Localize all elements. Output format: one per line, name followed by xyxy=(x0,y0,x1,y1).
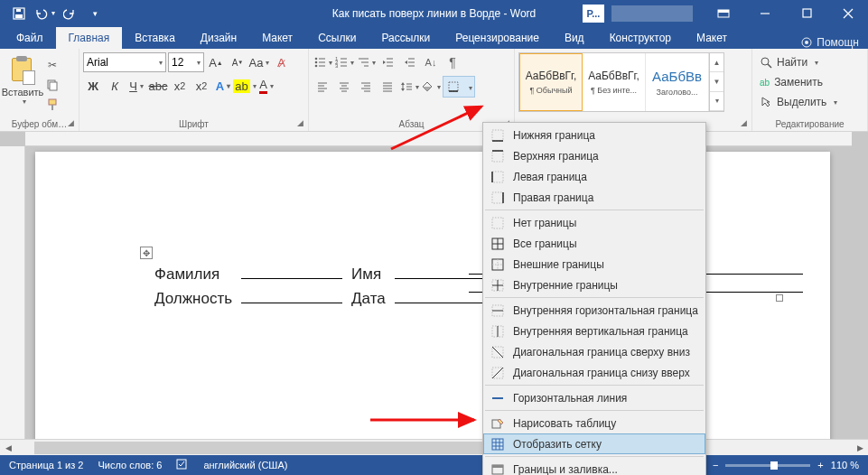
border-outside-item[interactable]: Внешние границы xyxy=(483,254,705,275)
qat-more-icon[interactable]: ▾ xyxy=(83,3,107,24)
border-inside-item[interactable]: Внутренние границы xyxy=(483,275,705,295)
tab-design[interactable]: Дизайн xyxy=(188,27,249,49)
tab-layout2[interactable]: Макет xyxy=(684,27,740,49)
scroll-right-icon[interactable]: ▶ xyxy=(852,441,868,455)
change-case-icon[interactable]: Aa▾ xyxy=(249,52,269,72)
italic-button[interactable]: К xyxy=(105,76,125,96)
tab-insert[interactable]: Вставка xyxy=(122,27,188,49)
tell-me[interactable]: Помощн xyxy=(800,36,859,49)
form-table[interactable]: ФамилияИмя ДолжностьДата xyxy=(153,260,503,311)
zoom-out-icon[interactable]: − xyxy=(713,460,718,470)
paste-button[interactable]: Вставить ▾ xyxy=(4,52,42,117)
select-button[interactable]: Выделить▾ xyxy=(756,92,863,112)
tab-references[interactable]: Ссылки xyxy=(305,27,369,49)
tab-view[interactable]: Вид xyxy=(552,27,597,49)
grow-font-icon[interactable]: A▲ xyxy=(206,52,226,72)
table-resize-handle-icon[interactable] xyxy=(776,294,783,302)
find-button[interactable]: Найти▾ xyxy=(756,52,863,72)
format-painter-icon[interactable] xyxy=(43,96,61,114)
border-none-item[interactable]: Нет границы xyxy=(483,212,705,233)
status-words[interactable]: Число слов: 6 xyxy=(98,460,162,470)
horizontal-scrollbar[interactable]: ◀ ▶ xyxy=(0,439,868,455)
maximize-button[interactable] xyxy=(787,1,826,26)
align-center-icon[interactable] xyxy=(334,77,354,97)
tab-review[interactable]: Рецензирование xyxy=(443,27,552,49)
underline-button[interactable]: Ч▾ xyxy=(126,76,146,96)
style-gallery[interactable]: АаБбВвГг,¶ Обычный АаБбВвГг,¶ Без инте..… xyxy=(518,52,724,112)
style-nospacing[interactable]: АаБбВвГг,¶ Без инте... xyxy=(583,53,646,111)
border-inside-h-item[interactable]: Внутренняя горизонтальная граница xyxy=(483,300,705,321)
align-right-icon[interactable] xyxy=(356,77,376,97)
styles-launcher-icon[interactable]: ◢ xyxy=(737,116,750,129)
strike-button[interactable]: abc xyxy=(148,76,168,96)
bold-button[interactable]: Ж xyxy=(83,76,103,96)
style-normal[interactable]: АаБбВвГг,¶ Обычный xyxy=(519,53,583,111)
zoom-in-icon[interactable]: + xyxy=(817,460,823,470)
border-all-item[interactable]: Все границы xyxy=(483,233,705,254)
shrink-font-icon[interactable]: A▼ xyxy=(228,52,247,72)
status-page[interactable]: Страница 1 из 2 xyxy=(9,460,83,470)
borders-shading-item[interactable]: Границы и заливка... xyxy=(483,459,705,475)
view-gridlines-item[interactable]: Отобразить сетку xyxy=(483,433,705,454)
border-diag-down-item[interactable]: Диагональная граница сверху вниз xyxy=(483,341,705,362)
redo-icon[interactable] xyxy=(58,3,81,24)
account-badge[interactable]: Р... xyxy=(583,5,604,23)
borders-split-button[interactable]: ▾ xyxy=(443,76,475,98)
close-button[interactable] xyxy=(828,1,868,26)
zoom-slider[interactable] xyxy=(725,464,810,467)
tab-mailings[interactable]: Рассылки xyxy=(369,27,443,49)
tab-home[interactable]: Главная xyxy=(56,27,123,49)
table-move-handle-icon[interactable]: ✥ xyxy=(140,247,153,259)
clipboard-launcher-icon[interactable]: ◢ xyxy=(64,116,77,129)
horizontal-line-item[interactable]: Горизонтальная линия xyxy=(483,387,705,408)
highlight-icon[interactable]: ab▾ xyxy=(235,76,255,96)
decrease-indent-icon[interactable] xyxy=(378,52,397,72)
draw-table-item[interactable]: Нарисовать таблицу xyxy=(483,413,705,433)
multilevel-icon[interactable]: ▾ xyxy=(356,52,376,72)
tab-layout[interactable]: Макет xyxy=(249,27,305,49)
tab-file[interactable]: Файл xyxy=(4,27,56,49)
zoom-level[interactable]: 110 % xyxy=(831,460,859,470)
border-top-item[interactable]: Верхняя граница xyxy=(483,145,705,166)
gallery-up-icon[interactable]: ▲ xyxy=(710,53,723,72)
style-heading1[interactable]: АаБбВвЗаголово... xyxy=(646,53,709,111)
border-bottom-item[interactable]: Нижняя граница xyxy=(483,125,705,145)
justify-icon[interactable] xyxy=(378,77,397,97)
status-lang[interactable]: английский (США) xyxy=(203,460,287,470)
sort-icon[interactable]: A↓ xyxy=(421,52,441,72)
font-color-icon[interactable]: A▾ xyxy=(257,76,276,96)
border-right-item[interactable]: Правая граница xyxy=(483,187,705,208)
font-size-select[interactable]: 12▾ xyxy=(168,52,204,72)
increase-indent-icon[interactable] xyxy=(399,52,419,72)
ribbon-options-icon[interactable] xyxy=(704,1,743,26)
line-spacing-icon[interactable]: ▾ xyxy=(399,77,419,97)
align-left-icon[interactable] xyxy=(313,77,332,97)
status-proofing-icon[interactable] xyxy=(176,459,189,471)
save-icon[interactable] xyxy=(7,3,31,24)
scroll-left-icon[interactable]: ◀ xyxy=(0,441,16,455)
vertical-ruler[interactable] xyxy=(0,146,25,448)
font-name-select[interactable]: Arial▾ xyxy=(83,52,166,72)
show-marks-icon[interactable]: ¶ xyxy=(443,52,462,72)
gallery-more-icon[interactable]: ▾ xyxy=(710,92,723,111)
minimize-button[interactable] xyxy=(745,1,785,26)
border-diag-up-item[interactable]: Диагональная граница снизу вверх xyxy=(483,362,705,383)
undo-icon[interactable]: ▾ xyxy=(33,3,56,24)
border-inside-v-item[interactable]: Внутренняя вертикальная граница xyxy=(483,321,705,341)
copy-icon[interactable] xyxy=(43,76,61,94)
cut-icon[interactable]: ✂ xyxy=(43,56,61,74)
text-effects-icon[interactable]: A▾ xyxy=(213,76,233,96)
border-left-item[interactable]: Левая граница xyxy=(483,166,705,187)
borders-icon[interactable] xyxy=(443,77,463,97)
gallery-down-icon[interactable]: ▼ xyxy=(710,72,723,91)
numbering-icon[interactable]: 123▾ xyxy=(334,52,354,72)
document-page[interactable]: ✥ ФамилияИмя ДолжностьДата xyxy=(35,152,830,448)
replace-button[interactable]: abЗаменить xyxy=(756,72,863,92)
superscript-button[interactable]: x2 xyxy=(191,76,211,96)
clear-format-icon[interactable]: A̷ xyxy=(271,52,291,72)
bullets-icon[interactable]: ▾ xyxy=(313,52,332,72)
horizontal-ruler[interactable] xyxy=(25,132,852,146)
font-launcher-icon[interactable]: ◢ xyxy=(294,116,306,129)
subscript-button[interactable]: x2 xyxy=(170,76,190,96)
shading-icon[interactable]: ▾ xyxy=(421,77,441,97)
